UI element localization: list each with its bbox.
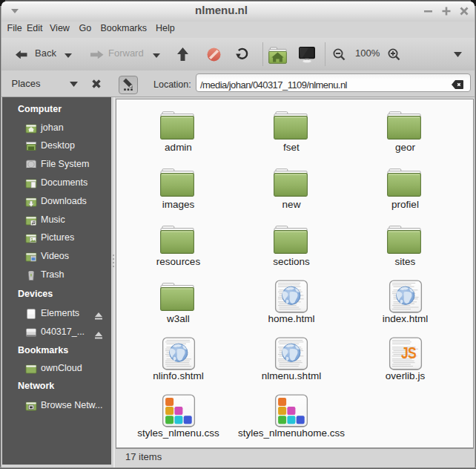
svg-text:JS: JS bbox=[400, 344, 415, 362]
